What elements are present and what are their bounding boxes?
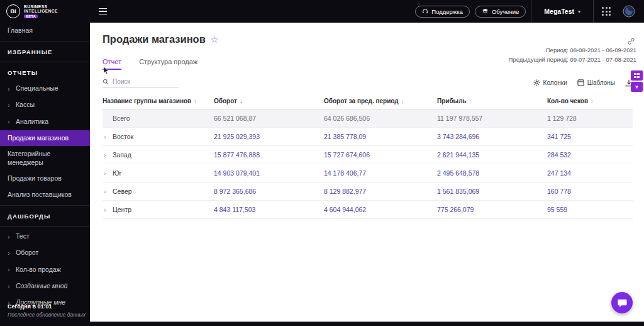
expand-chevron-icon[interactable]: ›	[103, 133, 113, 140]
training-label: Обучение	[492, 8, 519, 15]
training-icon	[482, 8, 489, 14]
turnover-cell: 66 521 068,87	[214, 115, 324, 122]
group-name: Восток	[113, 133, 133, 140]
header-label: Название группы магазинов	[103, 98, 191, 104]
sort-desc-icon[interactable]: ↓	[240, 98, 243, 104]
sidebar-item-created-by-me[interactable]: › Созданные мной	[0, 278, 90, 295]
expand-chevron-icon[interactable]: ›	[103, 169, 113, 177]
sidebar-item-sales-count[interactable]: › Кол-во продаж	[0, 261, 90, 278]
table-row[interactable]: ›Юг 14 903 079,401 14 178 406,77 2 495 6…	[103, 164, 633, 183]
group-name-cell: ›Центр	[103, 206, 214, 213]
group-name: Центр	[113, 206, 131, 213]
chevron-down-icon: ▾	[635, 84, 638, 90]
globe-avatar[interactable]	[623, 5, 635, 18]
sidebar-item-turnover[interactable]: › Оборот	[0, 245, 90, 261]
topbar: BI BUSINESS INTELLIGENCE BETA Поддержка …	[0, 0, 644, 23]
home-label: Главная	[8, 26, 33, 35]
refresh-time: Сегодня в 01:01	[8, 303, 86, 312]
search-input[interactable]	[113, 78, 170, 85]
account-menu[interactable]: MegaTest ▾	[531, 0, 593, 23]
logo-line2: INTELLIGENCE	[24, 9, 58, 13]
profit-cell[interactable]: 1 561 835,069	[437, 188, 547, 195]
gear-icon	[533, 79, 540, 86]
sidebar-item-store-sales[interactable]: Продажи магазинов	[0, 130, 90, 147]
support-button[interactable]: Поддержка	[415, 6, 470, 18]
sidebar-item-product-sales[interactable]: Продажи товаров	[0, 171, 90, 187]
account-label: MegaTest	[544, 8, 574, 15]
sort-icon[interactable]: ↕	[469, 98, 472, 104]
collapse-panel-button[interactable]: ▾	[631, 82, 643, 92]
turnover-cell[interactable]: 14 903 079,401	[214, 169, 324, 177]
training-button[interactable]: Обучение	[475, 6, 526, 18]
sidebar-section-favorites: ИЗБРАННЫЕ	[0, 43, 90, 60]
sort-icon[interactable]: ↕	[591, 98, 594, 104]
prev-turnover-cell[interactable]: 14 178 406,77	[324, 169, 437, 177]
divider	[0, 62, 90, 62]
search-box[interactable]	[103, 78, 178, 87]
sidebar-item-test[interactable]: › Тест	[0, 228, 90, 245]
menu-icon[interactable]	[96, 6, 109, 18]
receipts-cell[interactable]: 341 725	[547, 133, 633, 140]
sidebar-item-label: Аналитика	[16, 118, 48, 126]
prev-turnover-cell[interactable]: 21 385 778,09	[324, 133, 437, 140]
main-content: Продажи магазинов ☆ Период: 08-08-2021 -…	[90, 23, 644, 322]
data-refresh-status: Сегодня в 01:01 Последнее обновление дан…	[8, 303, 86, 319]
receipts-cell[interactable]: 160 778	[547, 188, 633, 195]
prev-turnover-cell[interactable]: 15 727 674,606	[324, 151, 437, 159]
sidebar-item-label: Анализ поставщиков	[8, 191, 72, 200]
receipts-cell[interactable]: 284 532	[547, 151, 633, 159]
template-icon	[577, 79, 584, 86]
sidebar-item-label: Специальные	[16, 84, 58, 93]
columns-button[interactable]: Колонки	[533, 79, 567, 86]
view-options-flap: ▾	[631, 70, 643, 92]
expand-chevron-icon[interactable]: ›	[103, 151, 113, 159]
sidebar-item-category-managers[interactable]: Категорийные менеджеры	[0, 146, 90, 171]
sidebar-item-home[interactable]: Главная	[0, 23, 90, 39]
table-row[interactable]: ›Восток 21 925 029,393 21 385 778,09 3 7…	[103, 128, 633, 146]
sidebar-item-kassy[interactable]: › Кассы	[0, 97, 90, 113]
profit-cell[interactable]: 775 266,079	[437, 206, 547, 213]
sidebar-item-analytics[interactable]: › Аналитика	[0, 113, 90, 130]
receipts-cell[interactable]: 95 559	[547, 206, 633, 213]
sort-icon[interactable]: ↕	[401, 98, 404, 104]
expand-chevron-icon[interactable]: ›	[103, 206, 113, 213]
prev-turnover-cell: 64 026 686,506	[324, 115, 437, 122]
table-row[interactable]: ›Запад 15 877 476,888 15 727 674,606 2 6…	[103, 146, 633, 164]
topbar-actions: Поддержка Обучение MegaTest ▾	[415, 0, 644, 23]
profit-cell[interactable]: 3 743 284,696	[437, 133, 547, 140]
turnover-cell[interactable]: 21 925 029,393	[214, 133, 324, 140]
chevron-right-icon: ›	[8, 282, 12, 291]
group-name: Всего	[113, 115, 130, 122]
group-name: Юг	[113, 169, 121, 177]
receipts-cell[interactable]: 247 134	[547, 169, 633, 177]
column-header-profit[interactable]: Прибыль ↕	[437, 98, 547, 104]
favorite-star-icon[interactable]: ☆	[211, 35, 219, 45]
column-header-receipts[interactable]: Кол-во чеков ↕	[547, 98, 633, 104]
prev-turnover-cell[interactable]: 4 604 944,062	[324, 206, 437, 213]
sidebar-item-special[interactable]: › Специальные	[0, 81, 90, 97]
prev-turnover-cell[interactable]: 8 129 882,977	[324, 188, 437, 195]
turnover-cell[interactable]: 8 972 365,686	[214, 188, 324, 195]
column-header-prev-turnover[interactable]: Оборот за пред. период ↕	[324, 98, 437, 104]
sort-icon[interactable]: ↕	[194, 98, 197, 104]
profit-cell[interactable]: 2 621 944,135	[437, 151, 547, 159]
sidebar-item-supplier-analysis[interactable]: Анализ поставщиков	[0, 187, 90, 203]
expand-chevron-icon[interactable]: ›	[103, 188, 113, 195]
group-name-cell: ›Юг	[103, 169, 214, 177]
chat-button[interactable]	[611, 292, 633, 313]
tab-sales-structure[interactable]: Структура продаж	[139, 58, 197, 70]
templates-button[interactable]: Шаблоны	[577, 79, 615, 86]
table-row[interactable]: ›Север 8 972 365,686 8 129 882,977 1 561…	[103, 183, 633, 201]
column-header-group-name[interactable]: Название группы магазинов ↕	[103, 98, 214, 104]
turnover-cell[interactable]: 15 877 476,888	[214, 151, 324, 159]
column-header-turnover[interactable]: Оборот ↓	[214, 98, 324, 104]
divider	[0, 226, 90, 227]
profit-cell[interactable]: 2 495 648,578	[437, 169, 547, 177]
table-view-button[interactable]	[631, 70, 643, 81]
apps-grid-icon[interactable]	[593, 0, 619, 23]
sidebar-item-label: Созданные мной	[16, 282, 67, 291]
header-label: Кол-во чеков	[547, 98, 588, 104]
table-row[interactable]: ›Центр 4 843 117,503 4 604 944,062 775 2…	[103, 201, 633, 219]
turnover-cell[interactable]: 4 843 117,503	[214, 206, 324, 213]
app-logo[interactable]: BI BUSINESS INTELLIGENCE BETA	[0, 4, 90, 19]
